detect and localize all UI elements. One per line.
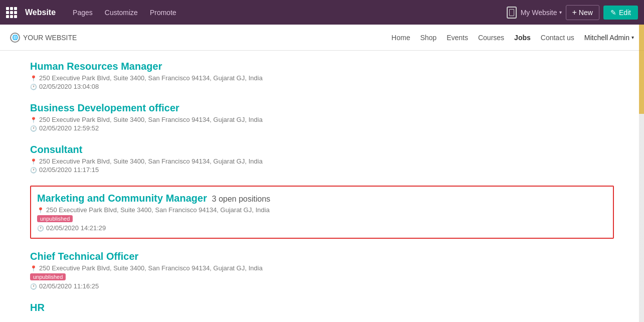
website-nav: 🌐 YOUR WEBSITE Home Shop Events Courses … — [0, 25, 644, 51]
job-time: 02/05/2020 12:59:52 — [30, 124, 614, 132]
mobile-preview-icon[interactable] — [507, 7, 517, 19]
nav-courses[interactable]: Courses — [478, 34, 504, 42]
topbar-nav-pages[interactable]: Pages — [68, 6, 98, 20]
job-location-text: 250 Executive Park Blvd, Suite 3400, San… — [39, 264, 263, 272]
job-time: 02/05/2020 11:16:25 — [30, 282, 614, 290]
unpublished-badge: unpublished — [30, 273, 66, 280]
clock-icon — [37, 224, 44, 232]
job-location: 250 Executive Park Blvd, Suite 3400, San… — [30, 116, 614, 123]
topbar-nav-promote[interactable]: Promote — [145, 6, 181, 20]
job-title[interactable]: Chief Technical Officer — [30, 251, 138, 262]
scrollbar[interactable] — [639, 25, 644, 322]
job-item: HR — [30, 302, 614, 313]
job-time-text: 02/05/2020 13:04:08 — [39, 83, 99, 90]
app-title: Website — [25, 8, 56, 17]
website-logo: 🌐 YOUR WEBSITE — [10, 33, 77, 43]
website-nav-links: Home Shop Events Courses Jobs Contact us — [391, 34, 574, 42]
job-location-text: 250 Executive Park Blvd, Suite 3400, San… — [39, 157, 263, 165]
nav-shop[interactable]: Shop — [420, 34, 437, 42]
job-title[interactable]: HR — [30, 302, 45, 313]
pin-icon — [30, 74, 37, 82]
job-location-text: 250 Executive Park Blvd, Suite 3400, San… — [46, 206, 270, 214]
edit-button[interactable]: Edit — [603, 6, 638, 20]
job-time: 02/05/2020 13:04:08 — [30, 83, 614, 90]
pin-icon — [37, 206, 44, 214]
job-time: 02/05/2020 11:17:15 — [30, 166, 614, 174]
globe-icon: 🌐 — [10, 33, 20, 43]
job-time-text: 02/05/2020 11:17:15 — [39, 166, 99, 174]
job-item: Human Resources Manager 250 Executive Pa… — [30, 61, 614, 90]
job-item: Business Developement officer 250 Execut… — [30, 102, 614, 132]
nav-contact-us[interactable]: Contact us — [541, 34, 574, 42]
pin-icon — [30, 264, 37, 272]
clock-icon — [30, 166, 37, 174]
job-item: Consultant 250 Executive Park Blvd, Suit… — [30, 144, 614, 174]
clock-icon — [30, 83, 37, 90]
job-location-text: 250 Executive Park Blvd, Suite 3400, San… — [39, 116, 263, 123]
pin-icon — [30, 157, 37, 165]
pin-icon — [30, 116, 37, 123]
topbar-nav: Pages Customize Promote — [68, 6, 181, 20]
topbar: Website Pages Customize Promote My Websi… — [0, 0, 644, 25]
job-title[interactable]: Human Resources Manager — [30, 61, 162, 72]
job-item-selected: Marketing and Community Manager 3 open p… — [30, 186, 614, 239]
nav-events[interactable]: Events — [447, 34, 468, 42]
apps-icon[interactable] — [6, 7, 17, 18]
job-time-text: 02/05/2020 12:59:52 — [39, 124, 99, 132]
job-item: Chief Technical Officer 250 Executive Pa… — [30, 251, 614, 290]
job-location: 250 Executive Park Blvd, Suite 3400, San… — [30, 74, 614, 82]
my-website-button[interactable]: My Website — [521, 9, 562, 17]
topbar-nav-customize[interactable]: Customize — [100, 6, 143, 20]
job-time: 02/05/2020 14:21:29 — [37, 224, 607, 232]
clock-icon — [30, 124, 37, 132]
clock-icon — [30, 282, 37, 290]
unpublished-badge: unpublished — [37, 215, 73, 222]
website-logo-text: YOUR WEBSITE — [23, 34, 77, 42]
website-nav-user[interactable]: Mitchell Admin — [584, 34, 634, 42]
job-title[interactable]: Business Developement officer — [30, 102, 179, 113]
job-time-text: 02/05/2020 11:16:25 — [39, 282, 99, 290]
topbar-right: My Website New Edit — [507, 5, 638, 20]
job-open-positions: 3 open positions — [212, 195, 271, 203]
new-button[interactable]: New — [566, 5, 599, 20]
job-location: 250 Executive Park Blvd, Suite 3400, San… — [30, 264, 614, 272]
job-time-text: 02/05/2020 14:21:29 — [46, 224, 106, 232]
job-title[interactable]: Marketing and Community Manager — [37, 193, 207, 204]
nav-jobs[interactable]: Jobs — [514, 34, 531, 42]
job-location: 250 Executive Park Blvd, Suite 3400, San… — [37, 206, 607, 214]
nav-home[interactable]: Home — [391, 34, 410, 42]
jobs-content: Human Resources Manager 250 Executive Pa… — [0, 51, 644, 322]
job-location: 250 Executive Park Blvd, Suite 3400, San… — [30, 157, 614, 165]
job-title[interactable]: Consultant — [30, 144, 82, 155]
job-location-text: 250 Executive Park Blvd, Suite 3400, San… — [39, 74, 263, 82]
